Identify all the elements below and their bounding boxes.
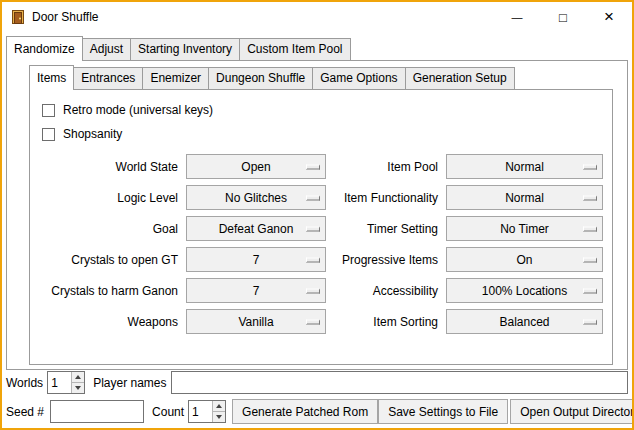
world-state-dropdown[interactable]: Open (186, 154, 326, 179)
spin-up-icon[interactable] (72, 372, 84, 382)
dropdown-indicator-icon (306, 164, 320, 169)
spin-down-icon[interactable] (213, 411, 225, 422)
tab-randomize[interactable]: Randomize (6, 36, 83, 61)
tab-game-options[interactable]: Game Options (312, 67, 405, 89)
tab-adjust[interactable]: Adjust (82, 38, 131, 60)
dropdown-indicator-icon (583, 195, 597, 200)
tab-entrances[interactable]: Entrances (73, 67, 143, 89)
dropdown-indicator-icon (583, 257, 597, 262)
crystals-harm-ganon-label: Crystals to harm Ganon (34, 284, 180, 298)
close-icon[interactable]: × (586, 2, 632, 32)
item-functionality-dropdown[interactable]: Normal (446, 185, 603, 210)
progressive-items-value: On (516, 253, 532, 267)
dropdown-indicator-icon (306, 319, 320, 324)
crystals-open-gt-dropdown[interactable]: 7 (186, 247, 326, 272)
client-area: Randomize Adjust Starting Inventory Cust… (2, 32, 632, 428)
count-label: Count (152, 405, 184, 419)
crystals-open-gt-label: Crystals to open GT (34, 253, 180, 267)
item-sorting-value: Balanced (499, 315, 549, 329)
retro-mode-checkbox[interactable] (42, 104, 55, 117)
logic-level-value: No Glitches (225, 191, 287, 205)
app-icon (10, 9, 26, 25)
shopsanity-checkbox[interactable] (42, 128, 55, 141)
dropdown-indicator-icon (306, 226, 320, 231)
randomize-pane: Items Entrances Enemizer Dungeon Shuffle… (6, 60, 628, 370)
main-tab-bar: Randomize Adjust Starting Inventory Cust… (6, 36, 628, 60)
open-output-directory-button[interactable]: Open Output Directory (510, 399, 634, 424)
world-state-label: World State (34, 160, 180, 174)
item-sorting-label: Item Sorting (332, 315, 440, 329)
count-input[interactable] (189, 401, 212, 422)
tab-items[interactable]: Items (29, 65, 74, 90)
weapons-label: Weapons (34, 315, 180, 329)
accessibility-value: 100% Locations (482, 284, 567, 298)
shopsanity-checkbox-row: Shopsanity (42, 124, 608, 144)
options-grid: World State Open Item Pool Normal Logic … (34, 154, 608, 334)
seed-label: Seed # (6, 405, 44, 419)
window-controls: — □ × (494, 2, 632, 32)
progressive-items-dropdown[interactable]: On (446, 247, 603, 272)
window-title: Door Shuffle (32, 10, 99, 24)
bottom-controls: Worlds Player names Seed # Count (6, 370, 628, 424)
item-functionality-label: Item Functionality (332, 191, 440, 205)
item-pool-dropdown[interactable]: Normal (446, 154, 603, 179)
retro-mode-label: Retro mode (universal keys) (63, 103, 213, 117)
minimize-icon[interactable]: — (494, 2, 540, 32)
tab-generation-setup[interactable]: Generation Setup (405, 67, 515, 89)
crystals-open-gt-value: 7 (253, 253, 260, 267)
goal-value: Defeat Ganon (219, 222, 294, 236)
tab-dungeon-shuffle[interactable]: Dungeon Shuffle (208, 67, 313, 89)
player-names-label: Player names (93, 376, 166, 390)
dropdown-indicator-icon (306, 257, 320, 262)
logic-level-label: Logic Level (34, 191, 180, 205)
dropdown-indicator-icon (583, 226, 597, 231)
world-state-value: Open (241, 160, 270, 174)
sub-tab-bar: Items Entrances Enemizer Dungeon Shuffle… (29, 65, 613, 89)
worlds-stepper[interactable] (47, 371, 85, 394)
timer-setting-value: No Timer (500, 222, 549, 236)
accessibility-dropdown[interactable]: 100% Locations (446, 278, 603, 303)
dropdown-indicator-icon (306, 288, 320, 293)
timer-setting-label: Timer Setting (332, 222, 440, 236)
crystals-harm-ganon-dropdown[interactable]: 7 (186, 278, 326, 303)
crystals-harm-ganon-value: 7 (253, 284, 260, 298)
spin-down-icon[interactable] (72, 382, 84, 393)
titlebar: Door Shuffle — □ × (2, 2, 632, 32)
dropdown-indicator-icon (583, 288, 597, 293)
timer-setting-dropdown[interactable]: No Timer (446, 216, 603, 241)
seed-input[interactable] (50, 400, 144, 423)
worlds-spin-buttons (71, 372, 84, 393)
tab-starting-inventory[interactable]: Starting Inventory (130, 38, 240, 60)
item-functionality-value: Normal (505, 191, 544, 205)
count-stepper[interactable] (188, 400, 226, 423)
dropdown-indicator-icon (583, 164, 597, 169)
progressive-items-label: Progressive Items (332, 253, 440, 267)
weapons-value: Vanilla (238, 315, 273, 329)
weapons-dropdown[interactable]: Vanilla (186, 309, 326, 334)
worlds-row: Worlds Player names (6, 370, 628, 395)
item-pool-label: Item Pool (332, 160, 440, 174)
goal-label: Goal (34, 222, 180, 236)
inner-notebook: Items Entrances Enemizer Dungeon Shuffle… (29, 65, 613, 365)
items-pane: Retro mode (universal keys) Shopsanity W… (29, 89, 613, 365)
accessibility-label: Accessibility (332, 284, 440, 298)
retro-mode-checkbox-row: Retro mode (universal keys) (42, 100, 608, 120)
worlds-input[interactable] (48, 372, 71, 393)
count-spin-buttons (212, 401, 225, 422)
seed-row: Seed # Count Generate Patched Rom Save S… (6, 399, 628, 424)
dropdown-indicator-icon (306, 195, 320, 200)
maximize-icon[interactable]: □ (540, 2, 586, 32)
dropdown-indicator-icon (583, 319, 597, 324)
window: Door Shuffle — □ × Randomize Adjust Star… (0, 0, 634, 430)
shopsanity-label: Shopsanity (63, 127, 122, 141)
spin-up-icon[interactable] (213, 401, 225, 411)
worlds-label: Worlds (6, 376, 43, 390)
tab-enemizer[interactable]: Enemizer (142, 67, 209, 89)
save-settings-button[interactable]: Save Settings to File (378, 399, 508, 424)
goal-dropdown[interactable]: Defeat Ganon (186, 216, 326, 241)
generate-patched-rom-button[interactable]: Generate Patched Rom (232, 399, 378, 424)
logic-level-dropdown[interactable]: No Glitches (186, 185, 326, 210)
player-names-input[interactable] (171, 371, 629, 394)
item-sorting-dropdown[interactable]: Balanced (446, 309, 603, 334)
tab-custom-item-pool[interactable]: Custom Item Pool (239, 38, 350, 60)
